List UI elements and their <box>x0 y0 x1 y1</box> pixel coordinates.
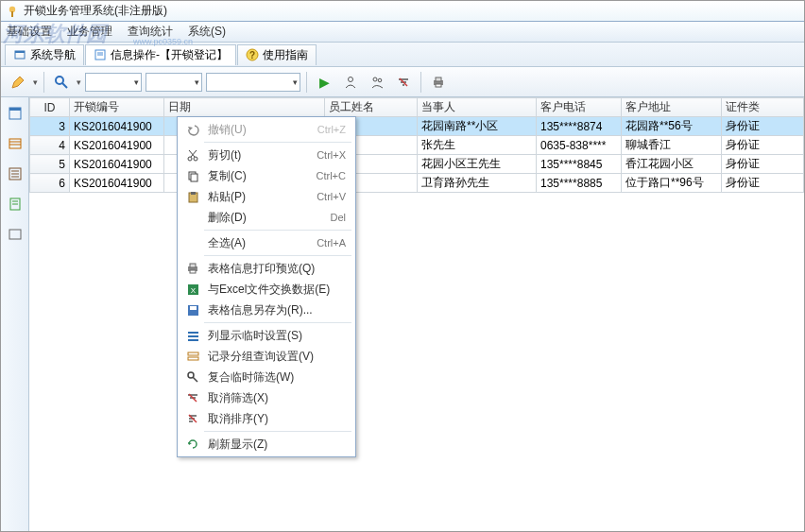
svg-rect-38 <box>191 192 196 195</box>
svg-point-31 <box>188 157 192 161</box>
col-cert[interactable]: 证件类 <box>722 98 804 117</box>
col-no[interactable]: 开锁编号 <box>70 98 164 117</box>
context-item[interactable]: 刷新显示(Z) <box>180 434 353 455</box>
cell[interactable]: KS2016041900 <box>70 117 164 136</box>
col-date[interactable]: 日期 <box>164 98 325 117</box>
sidebar-icon-2[interactable] <box>7 135 24 152</box>
context-item[interactable]: 粘贴(P)Ctrl+V <box>180 186 353 207</box>
menu-business[interactable]: 业务管理 <box>65 22 114 42</box>
unfilter-icon <box>183 388 202 407</box>
context-item[interactable]: 复制(C)Ctrl+C <box>180 165 353 186</box>
context-item[interactable]: 列显示临时设置(S) <box>180 325 353 346</box>
cell[interactable]: 聊城香江 <box>622 136 722 155</box>
svg-rect-19 <box>9 108 21 111</box>
context-item[interactable]: 复合临时筛选(W) <box>180 367 353 387</box>
svg-point-12 <box>373 77 377 81</box>
context-item[interactable]: 表格信息打印预览(Q) <box>180 258 353 279</box>
saveas-icon <box>183 300 202 319</box>
cell[interactable]: 花园小区王先生 <box>418 155 537 174</box>
cell[interactable]: 135****8845 <box>537 155 622 174</box>
tab-guide[interactable]: ? 使用指南 <box>237 44 317 65</box>
cell[interactable]: KS2016041900 <box>70 155 164 174</box>
col-owner[interactable]: 当事人 <box>418 98 537 117</box>
title-bar: 开锁业务管理系统(非注册版) <box>1 1 804 22</box>
svg-point-32 <box>194 157 197 161</box>
cell[interactable]: 身份证 <box>722 174 804 193</box>
svg-rect-1 <box>11 11 13 17</box>
cell[interactable]: 6 <box>30 174 70 193</box>
context-item[interactable]: 表格信息另存为(R)... <box>180 300 353 320</box>
context-item[interactable]: 全选(A)Ctrl+A <box>180 232 353 253</box>
context-label: 取消筛选(X) <box>208 390 340 406</box>
context-label: 复制(C) <box>208 168 311 184</box>
context-item[interactable]: 删除(D)Del <box>180 207 353 228</box>
table-row[interactable]: 6KS2016041900*卫育路孙先生135****8885位于路口**96号… <box>30 174 804 193</box>
context-separator <box>204 230 351 231</box>
doc-tabs: 系统导航 信息操作-【开锁登记】 ? 使用指南 <box>1 43 804 67</box>
menu-system[interactable]: 系统(S) <box>186 22 228 42</box>
sidebar-icon-3[interactable] <box>7 165 24 182</box>
col-emp[interactable]: 员工姓名 <box>325 98 418 117</box>
cell[interactable]: KS2016041900 <box>70 136 164 155</box>
context-label: 列显示临时设置(S) <box>208 328 340 344</box>
svg-point-11 <box>349 77 353 81</box>
table-row[interactable]: 5KS2016041900*花园小区王先生135****8845香江花园小区身份… <box>30 155 804 174</box>
data-grid[interactable]: ID 开锁编号 日期 员工姓名 当事人 客户电话 客户地址 证件类 3KS201… <box>29 97 804 532</box>
cancel-filter-button[interactable] <box>392 71 415 94</box>
context-item[interactable]: 取消筛选(X) <box>180 387 353 408</box>
group-icon <box>183 347 202 366</box>
col-addr[interactable]: 客户地址 <box>622 98 722 117</box>
cell[interactable]: 张先生 <box>418 136 537 155</box>
cell[interactable]: 花园路**56号 <box>622 117 722 136</box>
table-row[interactable]: 4KS2016041900*张先生0635-838****聊城香江身份证 <box>30 136 804 155</box>
cell[interactable]: 香江花园小区 <box>622 155 722 174</box>
menu-basic[interactable]: 基础设置 <box>5 22 54 42</box>
cell[interactable]: 身份证 <box>722 155 804 174</box>
cell[interactable]: 0635-838**** <box>537 136 622 155</box>
cell[interactable]: 3 <box>30 117 70 136</box>
svg-rect-50 <box>188 357 198 360</box>
context-item[interactable]: 取消排序(Y) <box>180 408 353 429</box>
run-button[interactable]: ▶ <box>313 71 335 94</box>
cell[interactable]: 身份证 <box>722 136 804 155</box>
filter-field-1[interactable]: ▾ <box>85 73 142 92</box>
edit-button[interactable] <box>7 71 29 94</box>
svg-rect-30 <box>9 230 21 239</box>
menu-query[interactable]: 查询统计 <box>126 22 175 42</box>
sidebar-icon-4[interactable] <box>7 196 24 213</box>
cell[interactable]: 身份证 <box>722 117 804 136</box>
cell[interactable]: 5 <box>30 155 70 174</box>
col-phone[interactable]: 客户电话 <box>537 98 622 117</box>
refresh-icon <box>183 435 202 454</box>
header-row: ID 开锁编号 日期 员工姓名 当事人 客户电话 客户地址 证件类 <box>30 98 804 117</box>
search-button[interactable] <box>50 71 73 94</box>
tab-nav[interactable]: 系统导航 <box>5 44 84 65</box>
cell[interactable]: 卫育路孙先生 <box>418 174 537 193</box>
filter-op[interactable]: ▾ <box>146 73 202 92</box>
sidebar-icon-1[interactable] <box>7 105 24 122</box>
cell[interactable]: 花园南路**小区 <box>418 117 537 136</box>
copy-icon <box>183 166 202 185</box>
cell[interactable]: 位于路口**96号 <box>622 174 722 193</box>
table-row[interactable]: 3KS2016041900*花园南路**小区135****8874花园路**56… <box>30 117 804 136</box>
filter-value[interactable]: ▾ <box>206 73 300 92</box>
context-label: 刷新显示(Z) <box>208 437 340 453</box>
context-item[interactable]: 记录分组查询设置(V) <box>180 346 353 367</box>
context-item[interactable]: X与Excel文件交换数据(E) <box>180 279 353 300</box>
cell[interactable]: 4 <box>30 136 70 155</box>
tab-unlock-register[interactable]: 信息操作-【开锁登记】 <box>85 44 236 65</box>
col-id[interactable]: ID <box>30 98 70 117</box>
person2-button[interactable] <box>366 71 388 94</box>
cell[interactable]: 135****8885 <box>537 174 622 193</box>
person1-button[interactable] <box>339 71 362 94</box>
context-item[interactable]: 剪切(t)Ctrl+X <box>180 145 353 165</box>
print-button[interactable] <box>427 71 450 94</box>
context-separator <box>204 255 351 256</box>
cell[interactable]: KS2016041900 <box>70 174 164 193</box>
svg-point-9 <box>56 77 63 84</box>
sidebar-icon-5[interactable] <box>7 226 24 243</box>
svg-rect-17 <box>436 84 441 87</box>
context-shortcut: Ctrl+Z <box>317 124 350 135</box>
cell[interactable]: 135****8874 <box>537 117 622 136</box>
context-menu[interactable]: 撤销(U)Ctrl+Z剪切(t)Ctrl+X复制(C)Ctrl+C粘贴(P)Ct… <box>177 116 356 457</box>
